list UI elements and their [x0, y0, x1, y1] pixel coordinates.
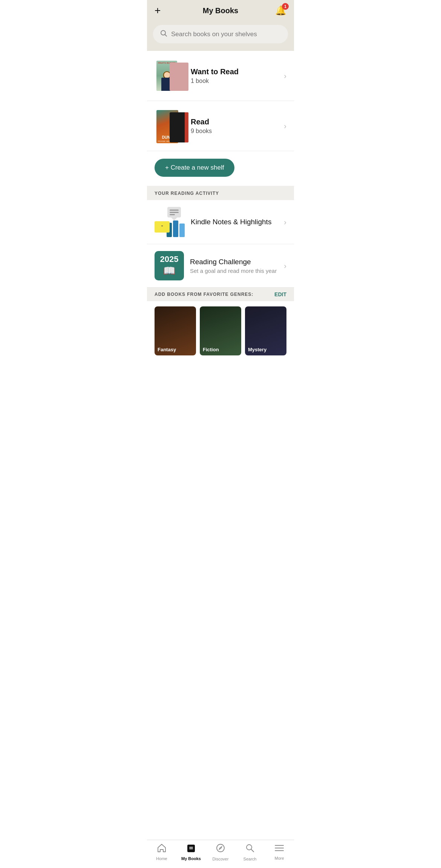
reading-activity-label: YOUR READING ACTIVITY: [155, 191, 219, 196]
svg-line-1: [165, 35, 167, 37]
reading-challenge-icon: 2025 📖: [155, 251, 184, 280]
chevron-right-icon: ›: [284, 262, 286, 270]
kindle-notes-title: Kindle Notes & Highlights: [191, 218, 271, 226]
kindle-notes-icon-wrap: ": [155, 207, 185, 237]
kindle-notes-icon: ": [155, 207, 185, 237]
notification-badge: 1: [282, 3, 289, 10]
header: + My Books 🔔 1: [147, 0, 294, 21]
search-icon: [160, 29, 167, 39]
shelf-cover-read: DUNE FRANK HERBERT: [155, 107, 185, 145]
speech-bubble-icon: [167, 207, 181, 217]
page-title: My Books: [203, 6, 238, 15]
shelf-info-read: Read 9 books: [191, 118, 278, 135]
challenge-year: 2025: [160, 255, 179, 263]
add-button[interactable]: +: [155, 5, 161, 16]
search-input[interactable]: [171, 31, 281, 38]
shelf-name: Want to Read: [191, 67, 278, 76]
shelf-count: 1 book: [191, 78, 278, 84]
genre-label-fiction: Fiction: [200, 344, 241, 355]
genre-cards-list: Fantasy Fiction Mystery: [147, 301, 294, 361]
shelf-item-read[interactable]: DUNE FRANK HERBERT Read 9 books ›: [147, 101, 294, 151]
edit-genres-button[interactable]: EDIT: [274, 291, 286, 297]
main-content: Fruits Basket Want to Read 1 book › DUNE: [147, 51, 294, 391]
book-cover-2: [170, 63, 188, 91]
reading-challenge-title: Reading Challenge: [190, 258, 277, 266]
chevron-right-icon: ›: [284, 218, 286, 227]
genre-label-fantasy: Fantasy: [155, 344, 196, 355]
create-shelf-section: + Create a new shelf: [147, 151, 294, 186]
genre-card-more: [290, 306, 294, 355]
create-shelf-button[interactable]: + Create a new shelf: [155, 159, 234, 177]
genre-section-header: ADD BOOKS FROM FAVORITE GENRES: EDIT: [147, 288, 294, 301]
kindle-notes-info: Kindle Notes & Highlights: [191, 218, 271, 226]
shelf-count: 9 books: [191, 128, 278, 135]
quote-card-icon: ": [155, 221, 170, 233]
chevron-right-icon: ›: [284, 72, 286, 80]
search-bar[interactable]: [153, 25, 288, 43]
notification-button[interactable]: 🔔 1: [275, 5, 286, 16]
shelf-item-want-to-read[interactable]: Fruits Basket Want to Read 1 book ›: [147, 51, 294, 101]
chevron-right-icon: ›: [284, 122, 286, 130]
reading-activity-header: YOUR READING ACTIVITY: [147, 186, 294, 200]
book-cover-read2: [170, 112, 188, 142]
reading-challenge-subtitle: Set a goal and read more this year: [190, 268, 277, 274]
shelf-name: Read: [191, 118, 278, 126]
genre-card-mystery[interactable]: Mystery: [245, 306, 286, 355]
shelf-info-want-to-read: Want to Read 1 book: [191, 67, 278, 84]
reading-challenge-info: Reading Challenge Set a goal and read mo…: [190, 258, 277, 274]
open-book-icon: 📖: [163, 265, 175, 277]
create-shelf-label: + Create a new shelf: [165, 164, 224, 171]
genre-card-fantasy[interactable]: Fantasy: [155, 306, 196, 355]
shelf-cover-want-to-read: Fruits Basket: [155, 57, 185, 95]
genre-label-mystery: Mystery: [245, 344, 286, 355]
genre-card-fiction[interactable]: Fiction: [200, 306, 241, 355]
kindle-notes-item[interactable]: " Kindle Notes & Highlights ›: [147, 200, 294, 244]
search-section: [147, 21, 294, 51]
genre-section-label: ADD BOOKS FROM FAVORITE GENRES:: [155, 292, 253, 297]
reading-challenge-item[interactable]: 2025 📖 Reading Challenge Set a goal and …: [147, 244, 294, 288]
